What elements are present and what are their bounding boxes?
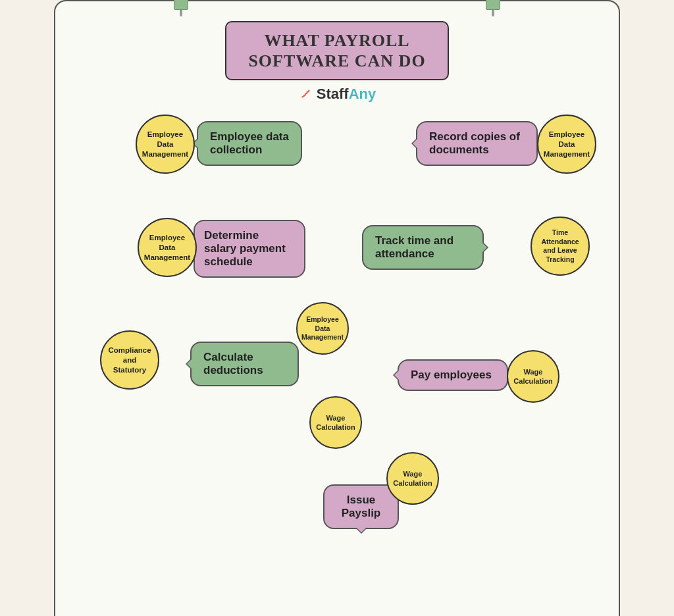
- badge-compliance: ComplianceandStatutory: [100, 330, 159, 390]
- bubble-employee-data-collection: Employee datacollection: [197, 121, 302, 166]
- main-title: WHAT PAYROLLSOFTWARE CAN DO: [246, 30, 428, 71]
- diagram-content: Employee datacollection Record copies of…: [68, 115, 606, 615]
- badge-edm-2: EmployeeDataManagement: [537, 115, 596, 174]
- badge-edm-1: EmployeeDataManagement: [136, 115, 195, 174]
- badge-wage-calc-3: WageCalculation: [386, 452, 439, 505]
- badge-edm-3: EmployeeDataManagement: [138, 218, 197, 277]
- logo-icon: ⟋: [298, 86, 313, 103]
- bubble-calculate-deductions: Calculatedeductions: [190, 342, 299, 386]
- main-title-box: WHAT PAYROLLSOFTWARE CAN DO: [225, 21, 449, 80]
- pin-right: [486, 0, 500, 16]
- logo-text: StaffAny: [317, 86, 376, 103]
- badge-edm-4: EmployeeDataManagement: [296, 302, 349, 355]
- badge-time-attendance: TimeAttendanceand LeaveTracking: [531, 217, 590, 276]
- bubble-determine-salary: Determinesalary paymentschedule: [194, 220, 305, 278]
- bubble-pay-employees: Pay employees: [398, 359, 508, 391]
- bubble-record-copies: Record copies ofdocuments: [416, 121, 538, 166]
- main-board: WHAT PAYROLLSOFTWARE CAN DO ⟋ StaffAny E…: [54, 0, 620, 616]
- logo-area: ⟋ StaffAny: [68, 86, 606, 103]
- bubble-issue-payslip: IssuePayslip: [323, 484, 399, 529]
- bubble-track-time: Track time andattendance: [362, 225, 484, 270]
- pin-left: [174, 0, 188, 16]
- badge-wage-calc-1: WageCalculation: [309, 396, 362, 449]
- badge-wage-calc-2: WageCalculation: [507, 350, 559, 403]
